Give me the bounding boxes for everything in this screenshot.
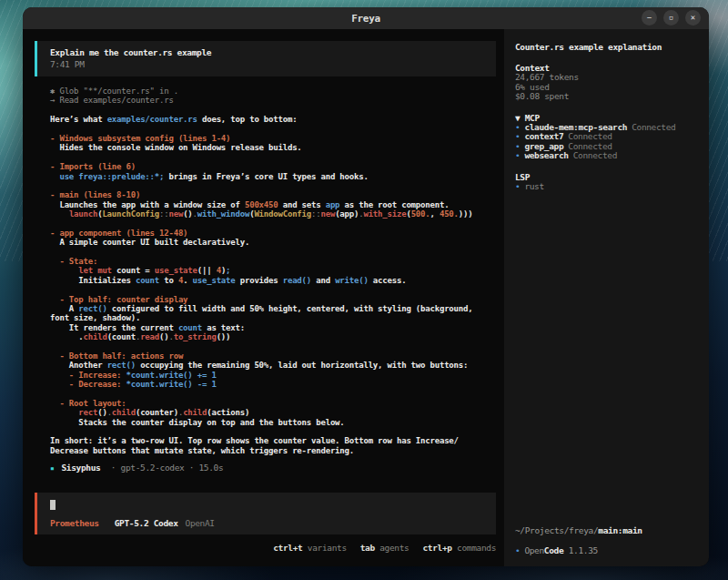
input-model-name[interactable]: GPT-5.2 Codex <box>115 518 178 528</box>
shortcut-hint: ctrl+t variants <box>273 543 347 553</box>
footer-separator: · <box>111 463 116 473</box>
window-titlebar[interactable]: Freya − ▫ ✕ <box>23 7 709 29</box>
footer-duration: 15.0s <box>199 463 224 473</box>
chat-line <box>50 390 496 399</box>
shortcut-hint: tab agents <box>360 543 410 553</box>
agent-square-icon: ▪ <box>50 464 54 473</box>
version-number: 1.1.35 <box>569 545 598 555</box>
chat-line: In short: it’s a two-row UI. Top row sho… <box>50 436 496 445</box>
connection-status: Connected <box>573 150 617 160</box>
user-message: Explain me the counter.rs example 7:41 P… <box>35 41 496 76</box>
chat-line: launch(LaunchConfig::new().with_window(W… <box>50 209 496 219</box>
input-meta: Prometheus GPT-5.2 Codex OpenAI <box>50 518 487 528</box>
user-message-text: Explain me the counter.rs example <box>50 47 487 58</box>
shortcut-bar: ctrl+t variantstab agentsctrl+p commands <box>23 543 496 553</box>
chat-line: use freya::prelude::*; brings in Freya’s… <box>50 172 496 181</box>
project-path: ~/Projects/freya/main:main <box>515 525 700 535</box>
maximize-icon: ▫ <box>669 14 673 22</box>
user-message-time: 7:41 PM <box>50 59 487 70</box>
item-name: rust <box>524 181 543 191</box>
input-agent-name[interactable]: Prometheus <box>50 518 99 528</box>
collapse-icon: ▼ <box>515 113 520 123</box>
item-name: grep_app <box>524 141 563 151</box>
bullet-icon: • <box>515 150 520 160</box>
item-name: websearch <box>524 150 568 160</box>
lsp-section: LSP •rust <box>515 172 700 192</box>
close-button[interactable]: ✕ <box>685 10 701 25</box>
chat-line: - Top half: counter display <box>50 295 496 304</box>
chat-line <box>50 285 496 294</box>
chat-line: ✱ Glob "**/counter.rs" in . <box>50 86 496 96</box>
app-version: •OpenCode 1.1.35 <box>515 545 700 555</box>
chat-line: - Increase: *count.write() += 1 <box>50 371 496 380</box>
chat-line: let mut count = use_state(|| 4); <box>50 266 496 275</box>
path-text: ~/Projects/freya/ <box>515 525 598 535</box>
shortcut-key: ctrl+t <box>273 543 302 553</box>
chat-line <box>50 106 496 115</box>
agent-name: Sisyphus <box>61 463 100 473</box>
chat-line: - Root layout: <box>50 399 496 408</box>
freya-window: Freya − ▫ ✕ Explain me the counter.rs ex… <box>23 7 709 566</box>
chat-line: Stacks the counter display on top and th… <box>50 418 496 427</box>
mcp-item: •websearchConnected <box>515 151 700 161</box>
bullet-icon: • <box>515 181 520 191</box>
input-provider-name: OpenAI <box>186 518 215 528</box>
chat-line: - State: <box>50 257 496 266</box>
chat-line: - Decrease: *count.write() -= 1 <box>50 380 496 389</box>
sidebar-footer: ~/Projects/freya/main:main •OpenCode 1.1… <box>515 525 700 555</box>
minimize-icon: − <box>647 14 652 22</box>
shortcut-label: variants <box>302 543 346 553</box>
chat-line <box>50 125 496 134</box>
chat-line <box>50 219 496 228</box>
chat-line: A rect() configured to fill width and 50… <box>50 304 496 313</box>
chat-line: - main (lines 8-10) <box>50 190 496 199</box>
window-controls: − ▫ ✕ <box>642 10 701 25</box>
app-name-prefix: Open <box>524 545 543 555</box>
shortcut-key: ctrl+p <box>422 543 451 553</box>
footer-model: gpt-5.2-codex <box>121 463 185 473</box>
chat-line: - Windows subsystem config (lines 1-4) <box>50 134 496 143</box>
message-footer: ▪Sisyphus · gpt-5.2-codex · 15.0s <box>50 463 496 473</box>
bullet-icon: • <box>515 122 520 132</box>
item-name: context7 <box>524 131 563 141</box>
chat-line: Here’s what examples/counter.rs does, to… <box>50 115 496 124</box>
chat-line: → Read examples/counter.rs <box>50 96 496 105</box>
session-title: Counter.rs example explanation <box>515 42 700 52</box>
prompt-input[interactable]: Prometheus GPT-5.2 Codex OpenAI <box>35 493 496 534</box>
minimize-button[interactable]: − <box>642 10 657 25</box>
context-section: Context 24,667 tokens6% used$0.08 spent <box>515 63 700 102</box>
chat-line: It renders the current count as text: <box>50 323 496 332</box>
chat-line: - Bottom half: actions row <box>50 351 496 361</box>
connection-status: Connected <box>632 122 675 132</box>
context-stat: $0.08 spent <box>515 92 700 102</box>
sidebar: Counter.rs example explanation Context 2… <box>504 29 709 566</box>
footer-separator: · <box>189 463 194 473</box>
maximize-button[interactable]: ▫ <box>663 10 679 25</box>
chat-line: Initializes count to 4. use_state provid… <box>50 276 496 285</box>
git-branch: main:main <box>598 525 642 535</box>
shortcut-key: tab <box>360 543 375 553</box>
chat-line: rect().child(counter).child(actions) <box>50 408 496 417</box>
chat-line <box>50 342 496 351</box>
connection-status: Connected <box>568 141 612 151</box>
shortcut-hint: ctrl+p commands <box>422 543 496 553</box>
chat-line: Launches the app with a window size of 5… <box>50 200 496 209</box>
connection-status: Connected <box>568 131 612 141</box>
chat-line: Decrease buttons that mutate state, whic… <box>50 446 496 455</box>
chat-line: A simple counter UI built declaratively. <box>50 238 496 247</box>
chat-panel: Explain me the counter.rs example 7:41 P… <box>23 29 504 566</box>
chat-line: Hides the console window on Windows rele… <box>50 143 496 152</box>
mcp-section: ▼ MCP •claude-mem:mcp-searchConnected•co… <box>515 113 700 161</box>
chat-line: .child(count.read().to_string()) <box>50 332 496 341</box>
chat-line <box>50 248 496 257</box>
assistant-message: ✱ Glob "**/counter.rs" in .→ Read exampl… <box>50 86 496 455</box>
bullet-icon: • <box>515 141 520 151</box>
bullet-icon: • <box>515 545 520 555</box>
window-title: Freya <box>351 13 380 25</box>
bullet-icon: • <box>515 131 520 141</box>
chat-line: font size, shadow). <box>50 313 496 322</box>
app-name-bold: Code <box>544 545 563 555</box>
window-content: Explain me the counter.rs example 7:41 P… <box>23 29 709 566</box>
item-name: claude-mem:mcp-search <box>524 122 627 132</box>
shortcut-label: commands <box>452 543 496 553</box>
